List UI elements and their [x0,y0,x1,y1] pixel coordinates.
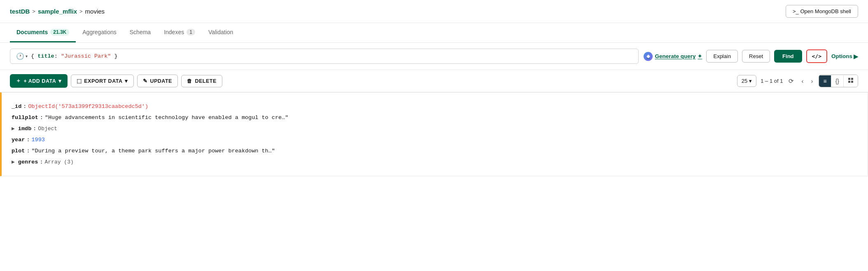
svg-rect-1 [851,78,853,80]
breadcrumb: testDB > sample_mflix > movies [10,8,105,15]
clock-icon: 🕐 [16,52,24,60]
query-colon: : [54,53,61,59]
next-button[interactable]: › [809,76,814,86]
breadcrumb-collection[interactable]: sample_mflix [38,8,77,15]
trash-icon: 🗑 [187,78,193,84]
breadcrumb-sep1: > [32,8,35,14]
chevron-down-icon: ▾ [26,54,28,58]
document-area: _id : ObjectId('573a1399f29313caabcedc5d… [0,92,868,176]
doc-year-line: year : 1993 [12,134,858,145]
tab-documents-badge: 21.3K [50,29,69,35]
tab-indexes[interactable]: Indexes 1 [157,23,202,42]
export-data-button[interactable]: ⬚ EXPORT DATA ▾ [71,75,134,87]
svg-rect-0 [848,78,850,80]
toolbar-left: ＋ + ADD DATA ▾ ⬚ EXPORT DATA ▾ ✎ UPDATE … [10,74,222,88]
explain-button[interactable]: Explain [706,50,738,63]
doc-genres-line: ▶ genres : Array (3) [12,157,858,168]
table-icon [848,77,854,83]
doc-fullplot-value: "Huge advancements in scientific technol… [45,112,288,123]
doc-colon1: : [23,101,26,112]
query-suffix: } [111,53,117,59]
doc-id-line: _id : ObjectId('573a1399f29313caabcedc5d… [12,101,858,112]
doc-year-value: 1993 [32,134,45,145]
export-data-label: EXPORT DATA [84,78,122,84]
doc-imdb-type: Object [38,124,57,134]
tab-documents[interactable]: Documents 21.3K [10,23,76,42]
chevron-right-icon: › [811,77,813,84]
tab-documents-label: Documents [16,29,48,35]
code-button[interactable]: </> [806,49,827,63]
page-size-value: 25 [742,78,747,84]
view-buttons: ≡ {} [819,75,858,87]
doc-plot-value: "During a preview tour, a theme park suf… [32,145,275,157]
breadcrumb-db[interactable]: testDB [10,8,30,15]
doc-imdb-key: imdb [18,123,31,134]
plus-icon: ＋ [16,77,21,84]
add-data-chevron-icon: ▾ [58,78,62,84]
history-button[interactable]: 🕐 ▾ [16,52,28,60]
doc-plot-line: plot : "During a preview tour, a theme p… [12,145,858,157]
query-prefix: { [31,53,37,59]
doc-colon4: : [26,134,30,145]
options-button[interactable]: Options ▶ [831,53,858,60]
delete-button[interactable]: 🗑 DELETE [181,75,222,87]
sparkle-icon: ✦ [698,53,702,59]
reset-button[interactable]: Reset [742,50,770,63]
doc-colon5: : [26,145,30,157]
options-label: Options [831,53,852,59]
add-data-button[interactable]: ＋ + ADD DATA ▾ [10,74,68,88]
pencil-icon: ✎ [143,78,148,84]
tab-aggregations-label: Aggregations [82,29,117,35]
doc-genres-type: Array (3) [45,157,74,168]
tab-validation[interactable]: Validation [202,23,240,42]
top-bar: testDB > sample_mflix > movies >_ Open M… [0,0,868,23]
generate-query-button[interactable]: ◈ Generate query ✦ [644,52,702,61]
tab-schema-label: Schema [130,29,151,35]
doc-fullplot-line: fullplot : "Huge advancements in scienti… [12,112,858,123]
chevron-left-icon: ‹ [801,77,803,84]
json-view-button[interactable]: {} [831,75,844,87]
doc-colon2: : [40,112,43,123]
query-key: title [37,53,54,59]
toolbar-right: 25 ▾ 1 – 1 of 1 ⟳ ‹ › ≡ {} [737,75,858,87]
query-input-area[interactable]: 🕐 ▾ { title: "Jurassic Park" } [10,49,639,64]
tab-validation-label: Validation [208,29,233,35]
query-value: "Jurassic Park" [61,53,111,59]
expand-imdb-icon[interactable]: ▶ [12,124,15,134]
query-actions: ◈ Generate query ✦ Explain Reset Find </… [644,49,858,63]
tab-indexes-badge: 1 [187,29,195,35]
breadcrumb-current: movies [85,8,105,15]
ai-icon: ◈ [644,52,653,61]
table-view-button[interactable] [844,75,858,87]
doc-colon3: : [33,123,36,134]
doc-fullplot-key: fullplot [12,112,38,123]
add-data-label: + ADD DATA [24,78,56,84]
query-bar: 🕐 ▾ { title: "Jurassic Park" } ◈ Generat… [0,43,868,70]
update-button[interactable]: ✎ UPDATE [137,75,178,87]
doc-id-value: ObjectId('573a1399f29313caabcedc5d') [28,101,148,112]
generate-query-label: Generate query [655,53,695,59]
tab-indexes-label: Indexes [164,29,184,35]
prev-button[interactable]: ‹ [800,76,805,86]
list-view-button[interactable]: ≡ [819,75,831,87]
options-chevron-icon: ▶ [854,53,858,60]
refresh-icon: ⟳ [789,77,794,84]
svg-rect-2 [848,81,850,83]
doc-year-key: year [12,134,25,145]
svg-rect-3 [851,81,853,83]
find-button[interactable]: Find [774,50,802,63]
doc-genres-key: genres [18,157,38,168]
doc-id-key: _id [12,101,21,112]
breadcrumb-sep2: > [79,8,83,14]
tab-aggregations[interactable]: Aggregations [76,23,123,42]
doc-plot-key: plot [12,145,25,157]
doc-imdb-line: ▶ imdb : Object [12,123,858,134]
page-size-select[interactable]: 25 ▾ [737,75,756,87]
query-text[interactable]: { title: "Jurassic Park" } [31,53,632,59]
expand-genres-icon[interactable]: ▶ [12,157,15,168]
open-shell-button[interactable]: >_ Open MongoDB shell [786,5,858,18]
page-size-chevron-icon: ▾ [749,78,752,84]
page-info: 1 – 1 of 1 [761,78,783,84]
tab-schema[interactable]: Schema [123,23,157,42]
refresh-button[interactable]: ⟳ [787,76,796,86]
